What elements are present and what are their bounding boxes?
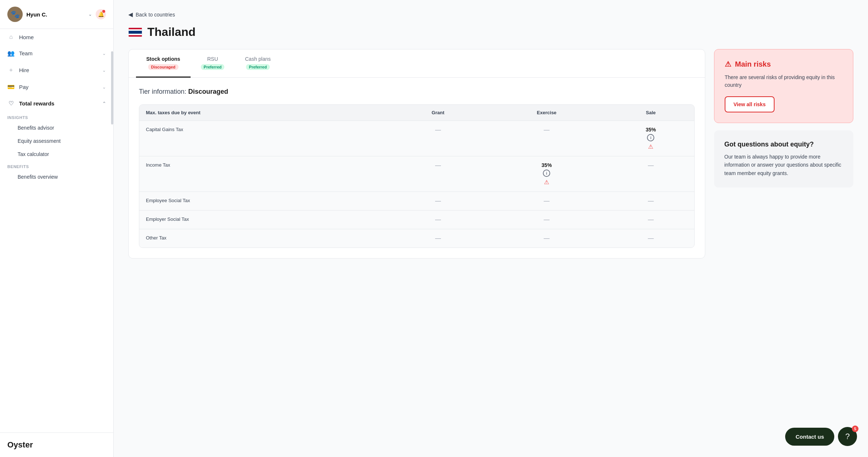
tax-name-income: Income Tax	[139, 156, 390, 192]
tax-name-capital-gains: Capital Gains Tax	[139, 121, 390, 156]
risk-title-text: Main risks	[735, 60, 771, 68]
tax-grant-other: —	[390, 229, 486, 248]
main-content: ◀ Back to countries Thailand Stock optio…	[114, 0, 868, 457]
table-row: Income Tax — 35% i ⚠ —	[139, 156, 694, 192]
sidebar-item-label: Pay	[19, 84, 98, 90]
warn-icon-capital-gains-sale: ⚠	[647, 143, 654, 150]
notification-bell-icon[interactable]: 🔔	[96, 9, 106, 19]
col-header-event: Max. taxes due by event	[139, 105, 390, 121]
sidebar-item-team[interactable]: 👥 Team ⌄	[0, 45, 113, 62]
tab-cash-plans-label: Cash plans	[245, 56, 271, 62]
oyster-logo: Oyster	[0, 432, 113, 457]
user-chevron-icon[interactable]: ⌄	[88, 12, 92, 17]
tab-cash-plans-badge: Preferred	[246, 64, 270, 70]
benefits-section-label: BENEFITS	[0, 161, 113, 170]
insights-section-label: INSIGHTS	[0, 112, 113, 121]
risk-title: ⚠ Main risks	[725, 60, 843, 68]
sidebar-item-pay[interactable]: 💳 Pay ⌄	[0, 79, 113, 95]
content-grid: Stock options Discouraged RSU Preferred …	[128, 49, 853, 259]
sidebar-item-benefits-advisor[interactable]: Benefits advisor	[0, 121, 113, 134]
tax-sale-capital-gains: 35% i ⚠	[607, 121, 694, 156]
help-fab-button[interactable]: ? 5	[838, 427, 857, 446]
contact-us-button[interactable]: Contact us	[785, 428, 834, 446]
risk-warn-icon: ⚠	[725, 60, 731, 68]
page-title: Thailand	[147, 25, 196, 39]
tax-exercise-employer-social: —	[486, 211, 607, 229]
hire-icon: ＋	[7, 66, 15, 74]
col-header-grant: Grant	[390, 105, 486, 121]
total-rewards-chevron-icon: ⌃	[102, 101, 106, 106]
team-chevron-icon: ⌄	[102, 51, 106, 56]
right-panels: ⚠ Main risks There are several risks of …	[714, 49, 853, 187]
pay-chevron-icon: ⌄	[102, 85, 106, 90]
col-header-exercise: Exercise	[486, 105, 607, 121]
tab-stock-options-badge: Discouraged	[148, 64, 179, 70]
sidebar-item-label: Home	[19, 34, 106, 40]
team-icon: 👥	[7, 50, 15, 57]
questions-panel: Got questions about equity? Our team is …	[714, 130, 853, 187]
tax-sale-other: —	[607, 229, 694, 248]
risk-panel: ⚠ Main risks There are several risks of …	[714, 49, 853, 123]
sidebar-item-home[interactable]: ⌂ Home	[0, 29, 113, 45]
table-row: Employer Social Tax — — —	[139, 211, 694, 229]
info-icon-income-exercise[interactable]: i	[543, 170, 550, 177]
tab-cash-plans[interactable]: Cash plans Preferred	[235, 49, 281, 78]
warn-icon-income-exercise: ⚠	[543, 178, 550, 186]
risk-description: There are several risks of providing equ…	[725, 74, 843, 89]
exercise-percent-income: 35%	[541, 162, 552, 168]
sidebar-item-label: Team	[19, 50, 98, 56]
home-icon: ⌂	[7, 34, 15, 40]
tier-information: Tier information: Discouraged	[139, 88, 695, 96]
questions-description: Our team is always happy to provide more…	[724, 153, 843, 177]
total-rewards-icon: ♡	[7, 100, 15, 107]
sidebar-scrollbar[interactable]	[111, 51, 113, 125]
sidebar-item-tax-calculator[interactable]: Tax calculator	[0, 148, 113, 161]
tax-name-employee-social: Employee Social Tax	[139, 192, 390, 211]
contact-fab: Contact us ? 5	[785, 427, 857, 446]
questions-title: Got questions about equity?	[724, 141, 843, 148]
sidebar-item-equity-assessment[interactable]: Equity assessment	[0, 134, 113, 148]
tax-grant-employee-social: —	[390, 192, 486, 211]
page-title-row: Thailand	[128, 25, 853, 39]
tab-rsu[interactable]: RSU Preferred	[191, 49, 235, 78]
sidebar-item-label: Hire	[19, 67, 98, 73]
table-row: Capital Gains Tax — — 35% i ⚠	[139, 121, 694, 156]
tab-rsu-label: RSU	[207, 56, 218, 62]
hire-chevron-icon: ⌄	[102, 68, 106, 73]
table-row: Employee Social Tax — — —	[139, 192, 694, 211]
avatar-container: 🐾	[7, 7, 23, 22]
tax-exercise-employee-social: —	[486, 192, 607, 211]
avatar	[7, 7, 23, 22]
card-body: Tier information: Discouraged Max. taxes…	[129, 78, 705, 258]
tier-prefix: Tier information:	[139, 88, 186, 95]
tax-sale-employee-social: —	[607, 192, 694, 211]
view-all-risks-button[interactable]: View all risks	[725, 96, 775, 112]
tax-exercise-capital-gains: —	[486, 121, 607, 156]
tax-name-other: Other Tax	[139, 229, 390, 248]
tab-stock-options[interactable]: Stock options Discouraged	[136, 49, 191, 78]
tax-grant-capital-gains: —	[390, 121, 486, 156]
tax-grant-employer-social: —	[390, 211, 486, 229]
back-to-countries-link[interactable]: ◀ Back to countries	[128, 11, 853, 18]
tax-table-wrapper: Max. taxes due by event Grant Exercise S…	[139, 104, 695, 248]
tax-exercise-other: —	[486, 229, 607, 248]
thailand-flag	[128, 27, 142, 37]
sidebar-header: 🐾 Hyun C. ⌄ 🔔	[0, 0, 113, 29]
tax-sale-employer-social: —	[607, 211, 694, 229]
sidebar-item-benefits-overview[interactable]: Benefits overview	[0, 170, 113, 183]
sidebar-item-hire[interactable]: ＋ Hire ⌄	[0, 62, 113, 79]
help-question-icon: ?	[845, 432, 850, 441]
back-arrow-icon: ◀	[128, 11, 133, 18]
back-link-text: Back to countries	[136, 12, 175, 18]
user-name: Hyun C.	[26, 11, 85, 18]
tax-table: Max. taxes due by event Grant Exercise S…	[139, 105, 694, 248]
table-row: Other Tax — — —	[139, 229, 694, 248]
tax-grant-income: —	[390, 156, 486, 192]
info-icon-capital-gains-sale[interactable]: i	[647, 134, 654, 141]
sidebar-item-total-rewards[interactable]: ♡ Total rewards ⌃	[0, 95, 113, 112]
tab-rsu-badge: Preferred	[201, 64, 225, 70]
col-header-sale: Sale	[607, 105, 694, 121]
tab-card: Stock options Discouraged RSU Preferred …	[128, 49, 705, 259]
sidebar: 🐾 Hyun C. ⌄ 🔔 ⌂ Home 👥 Team ⌄ ＋ Hire ⌄ 💳…	[0, 0, 114, 457]
help-badge-count: 5	[852, 426, 858, 432]
